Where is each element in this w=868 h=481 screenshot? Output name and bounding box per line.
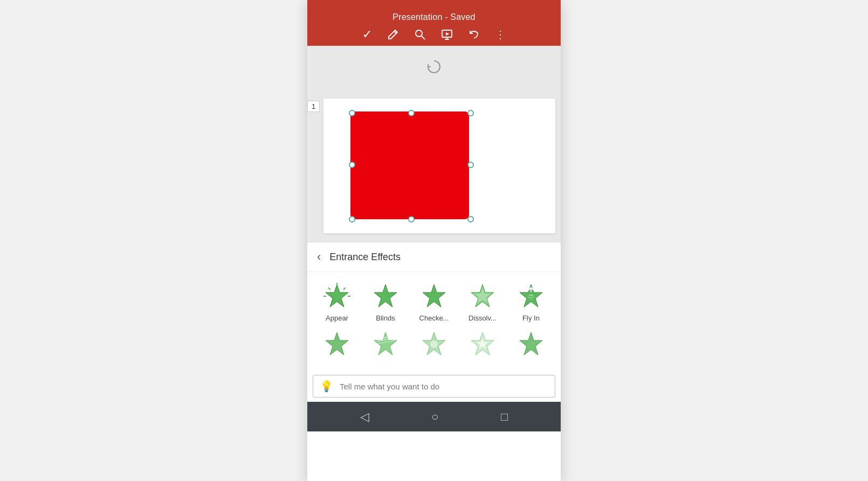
- search-icon[interactable]: [414, 29, 426, 40]
- effect-dissolve[interactable]: Dissolv...: [461, 281, 504, 322]
- handle-bot-right[interactable]: [467, 216, 474, 222]
- row2-star-4-icon: [467, 329, 498, 360]
- pen-icon[interactable]: [387, 29, 399, 40]
- effect-row2-3[interactable]: [412, 329, 456, 362]
- effect-flyin[interactable]: Fly In: [509, 281, 553, 322]
- svg-line-10: [328, 288, 330, 290]
- svg-marker-5: [446, 32, 449, 36]
- handle-top-left[interactable]: [349, 110, 355, 116]
- appear-label: Appear: [326, 314, 348, 322]
- dissolve-label: Dissolv...: [469, 314, 497, 322]
- slide-canvas: [323, 99, 555, 233]
- svg-point-27: [430, 340, 438, 348]
- tell-me-bar[interactable]: 💡: [313, 375, 555, 398]
- svg-marker-13: [423, 284, 445, 307]
- effects-grid: Appear Blinds: [307, 272, 561, 371]
- app-title: Presentation - Saved: [392, 12, 475, 22]
- svg-marker-21: [326, 332, 348, 355]
- flyin-label: Fly In: [522, 314, 540, 322]
- handle-mid-left[interactable]: [349, 162, 355, 168]
- effects-header: ‹ Entrance Effects: [307, 242, 561, 272]
- effects-title: Entrance Effects: [329, 252, 401, 263]
- present-icon[interactable]: [441, 29, 453, 40]
- svg-point-0: [416, 30, 422, 37]
- row2-star-5-icon: [515, 329, 547, 360]
- recents-nav-button[interactable]: □: [501, 410, 508, 424]
- bottom-nav: ◁ ○ □: [307, 402, 561, 431]
- svg-marker-12: [374, 284, 397, 307]
- handle-mid-right[interactable]: [467, 162, 474, 168]
- back-button[interactable]: ‹: [317, 250, 321, 264]
- effects-row-1: Appear Blinds: [307, 277, 561, 325]
- back-nav-button[interactable]: ◁: [360, 410, 369, 424]
- checkmark-icon[interactable]: ✓: [362, 27, 372, 41]
- handle-bot-left[interactable]: [349, 216, 355, 222]
- row2-star-3-icon: [418, 329, 450, 360]
- handle-top-center[interactable]: [408, 110, 415, 116]
- gray-area: [307, 46, 561, 94]
- more-icon[interactable]: ⋮: [495, 28, 506, 41]
- effects-panel: ‹ Entrance Effects: [307, 242, 561, 398]
- svg-line-8: [343, 288, 346, 290]
- flyin-star-icon: [515, 281, 547, 312]
- slide-number: 1: [307, 101, 320, 112]
- effect-checkerboard[interactable]: Checke...: [412, 281, 456, 322]
- lightbulb-icon: 💡: [320, 380, 333, 393]
- top-bar: Presentation - Saved ✓: [307, 0, 561, 46]
- effect-appear[interactable]: Appear: [315, 281, 359, 322]
- rotate-icon[interactable]: [425, 58, 443, 80]
- row2-star-1-icon: [321, 329, 353, 360]
- effects-row-2: [307, 325, 561, 365]
- svg-marker-30: [520, 332, 542, 355]
- checke-label: Checke...: [419, 314, 449, 322]
- dissolve-star-icon: [467, 281, 498, 312]
- slide-area: 1: [307, 94, 561, 242]
- tell-me-input[interactable]: [340, 382, 548, 391]
- red-rectangle[interactable]: [350, 111, 469, 219]
- effect-row2-4[interactable]: [461, 329, 504, 362]
- home-nav-button[interactable]: ○: [431, 410, 438, 424]
- effect-row2-1[interactable]: [315, 329, 359, 362]
- effect-row2-2[interactable]: [364, 329, 407, 362]
- appear-star-icon: [321, 281, 353, 312]
- handle-bot-center[interactable]: [408, 216, 415, 222]
- undo-icon[interactable]: [468, 29, 480, 40]
- svg-line-1: [422, 36, 425, 39]
- effect-row2-5[interactable]: [509, 329, 553, 362]
- row2-star-2-icon: [370, 329, 401, 360]
- blinds-star-icon: [370, 281, 401, 312]
- top-bar-icons: ✓: [307, 27, 561, 41]
- effect-blinds[interactable]: Blinds: [364, 281, 407, 322]
- phone-container: Presentation - Saved ✓: [307, 0, 561, 481]
- handle-top-right[interactable]: [467, 110, 474, 116]
- checke-star-icon: [418, 281, 450, 312]
- blinds-label: Blinds: [376, 314, 395, 322]
